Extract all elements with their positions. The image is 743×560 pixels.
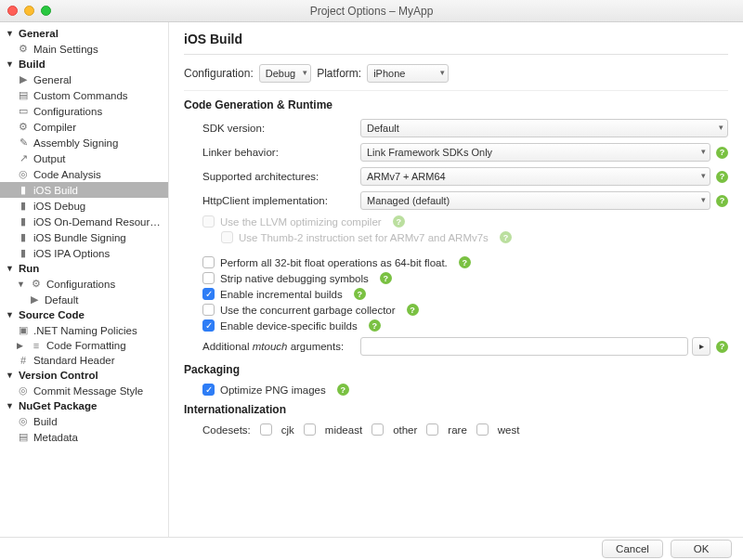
sidebar-item-ios-build[interactable]: ▮iOS Build xyxy=(0,182,168,198)
sidebar-item-naming[interactable]: ▣.NET Naming Policies xyxy=(0,322,168,338)
help-icon[interactable]: ? xyxy=(716,171,728,183)
chevron-down-icon: ▾ xyxy=(701,171,706,180)
sidebar-item-ios-bundle-signing[interactable]: ▮iOS Bundle Signing xyxy=(0,229,168,245)
sidebar-item-ios-ipa[interactable]: ▮iOS IPA Options xyxy=(0,245,168,261)
linker-select[interactable]: Link Framework SDKs Only▾ xyxy=(360,143,710,162)
sidebar-item-commit-style[interactable]: ◎Commit Message Style xyxy=(0,383,168,398)
section-code-gen: Code Generation & Runtime xyxy=(184,98,728,111)
help-icon[interactable]: ? xyxy=(380,272,392,284)
play-icon: ▶ xyxy=(17,73,30,85)
sidebar: ▼General ⚙Main Settings ▼Build ▶General … xyxy=(0,22,169,537)
checkbox-mideast[interactable] xyxy=(304,423,316,436)
sidebar-item-code-analysis[interactable]: ◎Code Analysis xyxy=(0,166,168,182)
sdk-select[interactable]: Default▾ xyxy=(360,119,728,137)
phone-icon: ▮ xyxy=(17,200,30,212)
window-title: Project Options – MyApp xyxy=(0,5,743,18)
help-icon[interactable]: ? xyxy=(716,341,728,353)
phone-icon: ▮ xyxy=(17,215,30,228)
config-label: Configuration: xyxy=(184,67,254,80)
sidebar-group-general[interactable]: ▼General xyxy=(0,26,168,41)
help-icon[interactable]: ? xyxy=(407,304,419,316)
config-select[interactable]: Debug▾ xyxy=(259,64,311,83)
gear-icon: ⚙ xyxy=(17,43,30,55)
titlebar: Project Options – MyApp xyxy=(0,0,743,22)
sidebar-item-ios-odr[interactable]: ▮iOS On-Demand Resources xyxy=(0,214,168,229)
float-label: Perform all 32-bit float operations as 6… xyxy=(220,257,448,268)
sidebar-group-source[interactable]: ▼Source Code xyxy=(0,307,168,322)
sidebar-item-formatting[interactable]: ▶≡Code Formatting xyxy=(0,338,168,353)
help-icon[interactable]: ? xyxy=(500,231,512,243)
sidebar-item-run-default[interactable]: ▶Default xyxy=(0,292,168,307)
sidebar-item-build-general[interactable]: ▶General xyxy=(0,72,168,87)
strip-label: Strip native debugging symbols xyxy=(220,273,369,284)
platform-label: Platform: xyxy=(317,67,361,80)
doc-icon: ▣ xyxy=(17,324,30,336)
sidebar-item-custom-commands[interactable]: ▤Custom Commands xyxy=(0,87,168,103)
target-icon: ◎ xyxy=(17,415,30,427)
help-icon[interactable]: ? xyxy=(716,195,728,207)
codesets-label: Codesets: xyxy=(202,424,251,436)
chevron-down-icon: ▾ xyxy=(701,147,706,156)
checkbox-incremental[interactable]: ✓ xyxy=(202,288,215,300)
help-icon[interactable]: ? xyxy=(393,215,405,228)
help-icon[interactable]: ? xyxy=(459,256,471,268)
checkbox-gc[interactable] xyxy=(202,304,215,316)
gear-icon: ⚙ xyxy=(17,121,30,133)
checkbox-llvm xyxy=(202,215,215,228)
mtouch-expand-button[interactable]: ▸ xyxy=(692,337,710,356)
sidebar-group-run[interactable]: ▼Run xyxy=(0,261,168,276)
play-icon: ▶ xyxy=(28,293,41,306)
list-icon: ▤ xyxy=(17,89,30,101)
list-icon: ▤ xyxy=(17,431,30,443)
box-icon: ▭ xyxy=(17,105,30,117)
png-label: Optimize PNG images xyxy=(220,384,326,396)
checkbox-west[interactable] xyxy=(476,423,489,436)
help-icon[interactable]: ? xyxy=(337,384,349,396)
section-i18n: Internationalization xyxy=(184,403,728,416)
sidebar-item-assembly-signing[interactable]: ✎Assembly Signing xyxy=(0,135,168,150)
checkbox-png[interactable]: ✓ xyxy=(202,384,215,396)
sidebar-item-header[interactable]: #Standard Header xyxy=(0,353,168,368)
gc-label: Use the concurrent garbage collector xyxy=(220,305,396,316)
sidebar-item-compiler[interactable]: ⚙Compiler xyxy=(0,119,168,135)
pen-icon: ✎ xyxy=(17,137,30,149)
http-label: HttpClient implementation: xyxy=(202,195,360,206)
mtouch-input[interactable] xyxy=(360,337,688,356)
sidebar-item-ios-debug[interactable]: ▮iOS Debug xyxy=(0,198,168,214)
checkbox-rare[interactable] xyxy=(426,423,438,436)
checkbox-other[interactable] xyxy=(372,423,384,436)
linker-label: Linker behavior: xyxy=(202,147,360,158)
checkbox-float[interactable] xyxy=(202,256,215,268)
arch-label: Supported architectures: xyxy=(202,171,360,182)
phone-icon: ▮ xyxy=(17,247,30,259)
sidebar-item-main-settings[interactable]: ⚙Main Settings xyxy=(0,41,168,57)
platform-select[interactable]: iPhone▾ xyxy=(367,64,449,83)
checkbox-strip[interactable] xyxy=(202,272,215,284)
sidebar-item-nuget-meta[interactable]: ▤Metadata xyxy=(0,429,168,445)
sidebar-item-configurations[interactable]: ▭Configurations xyxy=(0,103,168,119)
sidebar-group-build[interactable]: ▼Build xyxy=(0,57,168,72)
chevron-down-icon: ▾ xyxy=(440,68,445,77)
arch-select[interactable]: ARMv7 + ARM64▾ xyxy=(360,167,710,186)
sdk-label: SDK version: xyxy=(202,123,360,134)
checkbox-device[interactable]: ✓ xyxy=(202,319,215,332)
help-icon[interactable]: ? xyxy=(354,288,366,300)
help-icon[interactable]: ? xyxy=(369,319,381,332)
lines-icon: ≡ xyxy=(30,340,43,351)
checkbox-cjk[interactable] xyxy=(260,423,272,436)
ok-button[interactable]: OK xyxy=(671,540,732,558)
sidebar-item-nuget-build[interactable]: ◎Build xyxy=(0,413,168,429)
sidebar-item-run-configs[interactable]: ▼⚙Configurations xyxy=(0,276,168,292)
sidebar-group-vcs[interactable]: ▼Version Control xyxy=(0,368,168,383)
http-select[interactable]: Managed (default)▾ xyxy=(360,191,710,210)
hash-icon: # xyxy=(17,355,30,366)
chevron-down-icon: ▾ xyxy=(303,68,307,77)
target-icon: ◎ xyxy=(17,168,30,180)
arrow-icon: ↗ xyxy=(17,152,30,164)
cancel-button[interactable]: Cancel xyxy=(602,540,663,558)
thumb-label: Use Thumb-2 instruction set for ARMv7 an… xyxy=(239,232,489,243)
help-icon[interactable]: ? xyxy=(716,147,728,159)
sidebar-group-nuget[interactable]: ▼NuGet Package xyxy=(0,398,168,413)
mtouch-label: Additional mtouch arguments: xyxy=(202,341,360,352)
sidebar-item-output[interactable]: ↗Output xyxy=(0,150,168,166)
